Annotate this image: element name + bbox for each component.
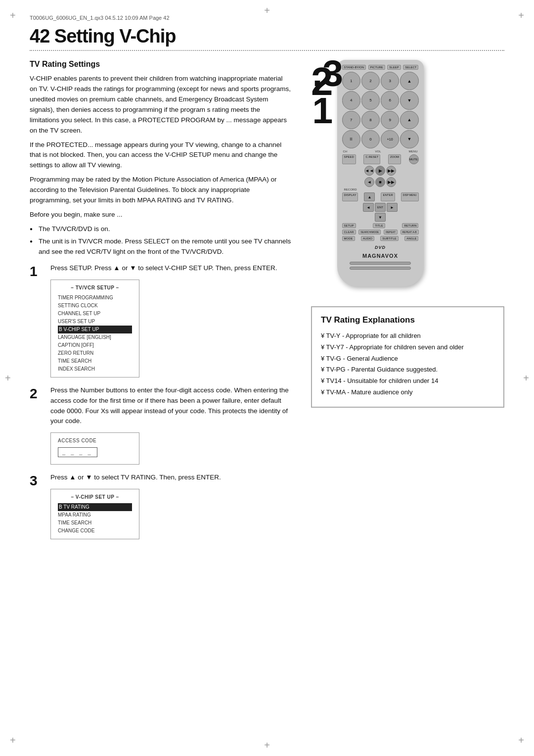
remote-mode-row: MODE AUDIO SUBTITLE ANGLE: [342, 236, 419, 241]
corner-mark-tl: +: [10, 10, 16, 21]
remote-back-btn[interactable]: ◄: [364, 177, 374, 187]
dotted-divider: [30, 50, 504, 51]
remote-btn-6[interactable]: 6: [381, 91, 399, 109]
remote-btn-plus10[interactable]: +10: [381, 130, 399, 148]
remote-display-row: DISPLAY ▲ ENTER DISP MENU: [342, 192, 419, 201]
remote-btn-5[interactable]: 5: [361, 91, 380, 109]
remote-btn-2[interactable]: 2: [361, 72, 380, 90]
remote-with-numbers: STAND-BY/ON PICTURE SLEEP SELECT 1 2 3 ▲…: [337, 60, 424, 286]
remote-btn-0[interactable]: 0: [361, 130, 380, 148]
explanation-5: ¥ TV14 - Unsuitable for children under 1…: [321, 376, 494, 386]
step-1-text: Press SETUP. Press ▲ or ▼ to select V-CH…: [50, 263, 291, 274]
remote-btn-7[interactable]: 7: [342, 111, 360, 129]
step-3-menu-item-3: TIME SEARCH: [58, 519, 132, 527]
remote-dvd-logo: DVD: [342, 244, 419, 250]
remote-search-btn[interactable]: SEARCH/MODE: [358, 230, 381, 235]
menu-item-language: LANGUAGE [ENGLISH]: [58, 333, 132, 341]
corner-mark-tr: +: [518, 10, 524, 21]
corner-mark-br: +: [518, 735, 524, 746]
bullet-list: The TV/VCR/DVD is on. The unit is in TV/…: [30, 224, 291, 257]
remote-special-row: SPEED C.RESET ZOOM MUTE: [342, 154, 419, 164]
step-3-menu-item-4: CHANGE CODE: [58, 527, 132, 535]
remote-select-btn[interactable]: SELECT: [403, 65, 418, 70]
remote-zoom-btn[interactable]: ZOOM: [388, 154, 401, 164]
body-para-3: Programming may be rated by the Motion P…: [30, 175, 291, 206]
remote-bottom-ovals: [342, 262, 419, 270]
remote-stop-btn[interactable]: ■: [375, 177, 385, 187]
bullet-item-1: The TV/VCR/DVD is on.: [30, 224, 291, 235]
remote-mode-btn[interactable]: MODE: [342, 236, 355, 241]
page-title: 42 Setting V-Chip: [30, 26, 504, 47]
menu-item-channel: CHANNEL SET UP: [58, 310, 132, 318]
remote-sleep-btn[interactable]: SLEEP: [387, 65, 400, 70]
center-mark-right: +: [523, 373, 529, 384]
step-2-content: Press the Number buttons to enter the fo…: [50, 385, 291, 465]
menu-item-clock: SETTING CLOCK: [58, 302, 132, 310]
menu-item-caption: CAPTION [OFF]: [58, 341, 132, 349]
explanation-6: ¥ TV-MA - Mature audience only: [321, 387, 494, 398]
menu-item-zero: ZERO RETURN: [58, 349, 132, 357]
remote-subtitle-btn[interactable]: SUBTITLE: [380, 236, 399, 241]
remote-transport-row: ◄◄ ▶ ▶▶: [342, 166, 419, 176]
explanation-4: ¥ TV-PG - Parental Guidance suggested.: [321, 365, 494, 375]
remote-repeat-ab-btn[interactable]: REPEAT A-B: [400, 230, 419, 235]
remote-disp-menu-btn[interactable]: DISP MENU: [401, 192, 419, 201]
menu-label: MENU: [409, 150, 418, 153]
remote-skipfwd-btn[interactable]: ▶▶: [386, 177, 396, 187]
remote-btn-vol-down[interactable]: ▼: [400, 130, 418, 148]
step-1-content: Press SETUP. Press ▲ or ▼ to select V-CH…: [50, 263, 291, 378]
remote-transport-row-2: ◄ ■ ▶▶: [342, 177, 419, 187]
remote-btn-pause[interactable]: II: [342, 130, 360, 148]
remote-setup-btn[interactable]: SETUP: [342, 223, 356, 228]
remote-btn-9[interactable]: 9: [381, 111, 399, 129]
remote-nav-left[interactable]: ◄: [363, 203, 374, 212]
remote-picture-btn[interactable]: PICTURE: [368, 65, 385, 70]
remote-btn-ch-down[interactable]: ▼: [400, 91, 418, 109]
center-mark-left: +: [5, 373, 11, 384]
remote-enter-btn[interactable]: ENTER: [381, 192, 395, 201]
remote-clear-row: CLEAR SEARCH/MODE REPEAT REPEAT A-B: [342, 230, 419, 235]
center-mark-top: +: [264, 5, 270, 16]
remote-ch-vol-labels: CH VOL MENU: [342, 150, 419, 153]
remote-standby-btn[interactable]: STAND-BY/ON: [342, 65, 366, 70]
remote-nav-center-enter[interactable]: ENT: [375, 203, 386, 212]
remote-title-btn[interactable]: TITLE: [373, 223, 385, 228]
two-col-layout: TV Rating Settings V-CHIP enables parent…: [30, 60, 504, 547]
big-number-2: 2: [311, 60, 333, 103]
remote-nav-right[interactable]: ►: [387, 203, 398, 212]
step-2-number: 2: [30, 385, 44, 402]
corner-mark-bl: +: [10, 735, 16, 746]
menu-item-users: USER'S SET UP: [58, 318, 132, 326]
remote-oval-2[interactable]: [350, 267, 411, 270]
right-column: 2 STAND-BY/ON PICTURE SLEEP SELECT: [311, 60, 504, 547]
remote-nav-up[interactable]: ▲: [364, 192, 375, 201]
remote-play-btn[interactable]: ▶: [375, 166, 385, 176]
remote-btn-3[interactable]: 3: [381, 72, 399, 90]
remote-nav-down[interactable]: ▼: [375, 213, 386, 222]
step-3-text: Press ▲ or ▼ to select TV RATING. Then, …: [50, 472, 291, 483]
remote-mute-btn[interactable]: MUTE: [409, 154, 419, 164]
remote-creset-btn[interactable]: C.RESET: [363, 154, 380, 164]
remote-angle-btn[interactable]: ANGLE: [404, 236, 418, 241]
remote-oval-1[interactable]: [350, 262, 411, 265]
remote-btn-8[interactable]: 8: [361, 111, 380, 129]
menu-item-time: TIME SEARCH: [58, 357, 132, 365]
vol-label: VOL: [375, 150, 381, 153]
remote-audio-btn[interactable]: AUDIO: [361, 236, 374, 241]
remote-btn-1[interactable]: 1: [342, 72, 360, 90]
file-info: T0006UG_6006UG_EN_1.qx3 04.5.12 10:09 AM…: [30, 15, 170, 21]
remote-btn-vol-up[interactable]: ▲: [400, 111, 418, 129]
explanations-heading: TV Rating Explanations: [321, 315, 494, 325]
remote-repeat-btn[interactable]: REPEAT: [384, 230, 398, 235]
remote-btn-4[interactable]: 4: [342, 91, 360, 109]
remote-clear-btn[interactable]: CLEAR: [342, 230, 356, 235]
step-1-number: 1: [30, 263, 44, 280]
remote-display-btn[interactable]: DISPLAY: [342, 192, 358, 201]
remote-ffwd-btn[interactable]: ▶▶: [386, 166, 396, 176]
step-3-screen: – V-CHIP SET UP – B TV RATING MPAA RATIN…: [50, 489, 139, 539]
remote-btn-ch-up[interactable]: ▲: [400, 72, 418, 90]
remote-control: STAND-BY/ON PICTURE SLEEP SELECT 1 2 3 ▲…: [337, 60, 424, 286]
remote-speed-btn[interactable]: SPEED: [342, 154, 356, 164]
remote-rewind-btn[interactable]: ◄◄: [364, 166, 374, 176]
remote-return-btn[interactable]: RETURN: [402, 223, 418, 228]
